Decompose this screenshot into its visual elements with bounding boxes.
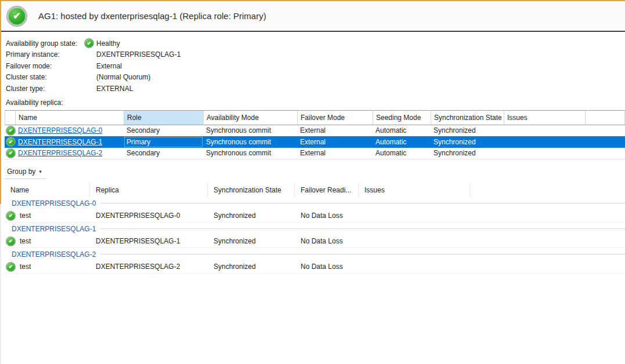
group-header-row[interactable]: DXENTERPRISESQLAG-0 <box>5 197 625 209</box>
window-accent-top <box>0 0 625 1</box>
state-label: Availability group state: <box>6 39 84 48</box>
cell-issues <box>504 125 585 137</box>
column-header-name[interactable]: Name <box>16 111 124 125</box>
summary-label: Cluster type: <box>6 85 84 93</box>
column-header-issues[interactable]: Issues <box>359 183 470 197</box>
database-status-icon: ✔ <box>6 211 16 221</box>
summary-value: (Normal Quorum) <box>96 73 150 81</box>
cell-failover-mode: External <box>297 148 373 159</box>
database-row[interactable]: ✔ test DXENTERPRISESQLAG-0 Synchronized … <box>5 209 625 223</box>
group-header-row[interactable]: DXENTERPRISESQLAG-2 <box>5 248 625 260</box>
replica-status-icon: ✔ <box>6 137 16 147</box>
column-header-synchronization-state[interactable]: Synchronization State <box>208 183 295 197</box>
group-name: DXENTERPRISESQLAG-0 <box>12 199 96 208</box>
column-header-name[interactable]: Name <box>5 183 90 197</box>
cell-issues <box>359 235 470 247</box>
cell-synchronization-state: Synchronized <box>208 260 295 273</box>
cell-synchronization-state: Synchronized <box>431 125 504 137</box>
cell-replica: DXENTERPRISESQLAG-2 <box>90 260 208 273</box>
state-value: Healthy <box>96 39 120 48</box>
group-rule <box>100 254 625 254</box>
database-name: test <box>20 237 31 245</box>
column-header-availability-mode[interactable]: Availability Mode <box>204 111 298 125</box>
cell-availability-mode: Synchronous commit <box>203 125 297 137</box>
database-status-icon: ✔ <box>6 236 16 246</box>
column-header-synchronization-state[interactable]: Synchronization State <box>431 111 504 125</box>
cell-issues <box>504 148 585 159</box>
cell-failover-mode: External <box>297 125 373 137</box>
cell-role: Secondary <box>124 148 203 159</box>
column-header-role[interactable]: Role <box>124 111 204 125</box>
replica-name-link[interactable]: DXENTERPRISESQLAG-2 <box>18 149 102 157</box>
cell-availability-mode: Synchronous commit <box>203 148 297 159</box>
cell-replica: DXENTERPRISESQLAG-0 <box>90 209 208 222</box>
healthy-status-icon: ✔ <box>7 6 27 26</box>
replica-name-link[interactable]: DXENTERPRISESQLAG-0 <box>18 126 102 134</box>
cell-issues <box>359 260 470 273</box>
summary-label: Primary instance: <box>6 50 84 59</box>
chevron-down-icon: ▾ <box>39 169 42 174</box>
cell-failover-readiness: No Data Loss <box>295 260 359 273</box>
group-name: DXENTERPRISESQLAG-1 <box>12 225 96 233</box>
summary-row-state: Availability group state: ✔ Healthy <box>6 38 625 49</box>
title-bar: ✔ AG1: hosted by dxenterprisesqlag-1 (Re… <box>0 1 625 32</box>
cell-synchronization-state: Synchronized <box>431 148 504 159</box>
cell-role: Primary <box>124 136 203 148</box>
replica-name-link[interactable]: DXENTERPRISESQLAG-1 <box>18 138 102 146</box>
window-accent-left <box>0 0 1 364</box>
cell-issues <box>359 209 470 222</box>
summary-value: DXENTERPRISESQLAG-1 <box>96 50 180 59</box>
replica-status-icon: ✔ <box>6 126 16 136</box>
availability-group-summary: Availability group state: ✔ Healthy Prim… <box>6 38 625 94</box>
cell-seeding-mode: Automatic <box>373 148 431 159</box>
summary-label: Cluster state: <box>6 73 84 81</box>
group-rule <box>100 203 625 203</box>
database-name: test <box>20 263 31 271</box>
group-by-label: Group by <box>7 168 35 176</box>
replica-table-header: Name Role Availability Mode Failover Mod… <box>5 110 625 125</box>
cell-role: Secondary <box>124 125 203 137</box>
column-header-icon <box>5 111 16 125</box>
cell-failover-mode: External <box>297 136 373 148</box>
summary-row-cluster-state: Cluster state: (Normal Quorum) <box>6 72 625 83</box>
cell-issues <box>504 136 585 148</box>
summary-label: Failover mode: <box>6 62 84 70</box>
group-rule <box>100 228 625 229</box>
cell-failover-readiness: No Data Loss <box>295 209 359 222</box>
summary-row-primary-instance: Primary instance: DXENTERPRISESQLAG-1 <box>6 49 625 61</box>
column-header-failover-mode[interactable]: Failover Mode <box>298 111 373 125</box>
column-header-replica[interactable]: Replica <box>90 183 208 197</box>
healthy-check-icon: ✔ <box>84 38 94 48</box>
column-header-seeding-mode[interactable]: Seeding Mode <box>373 111 431 125</box>
column-header-issues[interactable]: Issues <box>504 111 586 125</box>
column-header-filler <box>470 183 625 197</box>
cell-failover-readiness: No Data Loss <box>295 235 359 247</box>
database-row[interactable]: ✔ test DXENTERPRISESQLAG-2 Synchronized … <box>5 260 625 274</box>
page-title: AG1: hosted by dxenterprisesqlag-1 (Repl… <box>38 11 266 21</box>
column-header-filler <box>586 111 625 125</box>
replica-table: Name Role Availability Mode Failover Mod… <box>5 110 625 160</box>
cell-availability-mode: Synchronous commit <box>203 136 297 148</box>
database-status-icon: ✔ <box>6 262 16 272</box>
replica-row[interactable]: ✔ DXENTERPRISESQLAG-2 Secondary Synchron… <box>5 148 625 159</box>
replica-status-icon: ✔ <box>6 148 16 158</box>
cell-synchronization-state: Synchronized <box>431 136 504 148</box>
group-by-button[interactable]: Group by ▾ <box>5 166 46 179</box>
replica-section-label: Availability replica: <box>6 99 625 108</box>
replica-row[interactable]: ✔ DXENTERPRISESQLAG-0 Secondary Synchron… <box>5 125 625 137</box>
summary-row-cluster-type: Cluster type: EXTERNAL <box>6 83 625 94</box>
replica-row-selected[interactable]: ✔ DXENTERPRISESQLAG-1 Primary Synchronou… <box>5 136 625 148</box>
cell-replica: DXENTERPRISESQLAG-1 <box>90 235 208 247</box>
summary-value: External <box>96 62 122 70</box>
database-row[interactable]: ✔ test DXENTERPRISESQLAG-1 Synchronized … <box>5 235 625 248</box>
group-header-row[interactable]: DXENTERPRISESQLAG-1 <box>5 223 625 235</box>
cell-seeding-mode: Automatic <box>373 125 431 137</box>
group-name: DXENTERPRISESQLAG-2 <box>12 250 96 259</box>
summary-row-failover-mode: Failover mode: External <box>6 60 625 72</box>
column-header-failover-readiness[interactable]: Failover Readi... <box>295 183 359 197</box>
cell-synchronization-state: Synchronized <box>208 209 295 222</box>
summary-value: EXTERNAL <box>96 85 133 93</box>
database-table: Name Replica Synchronization State Failo… <box>5 183 625 274</box>
database-table-header: Name Replica Synchronization State Failo… <box>5 183 625 197</box>
cell-synchronization-state: Synchronized <box>208 235 295 247</box>
